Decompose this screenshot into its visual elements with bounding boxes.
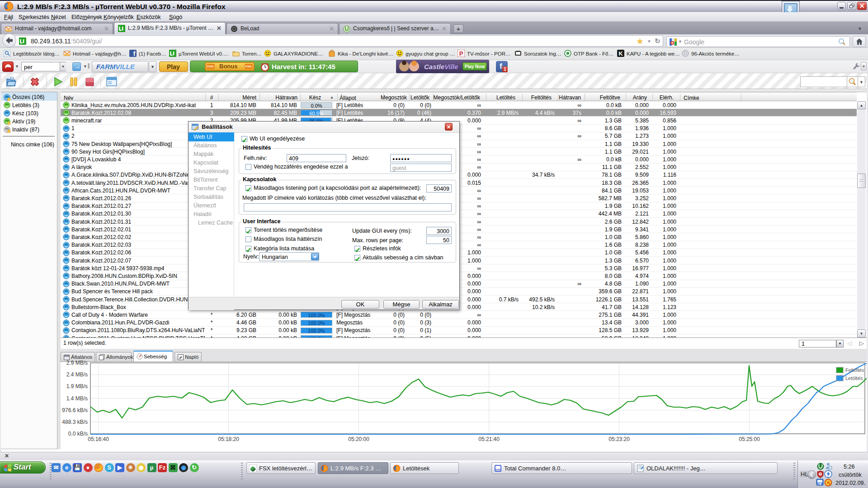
svg-text:K: K <box>618 50 623 57</box>
svg-text:1.9 MB/s: 1.9 MB/s <box>66 383 88 389</box>
svg-text:P: P <box>459 50 463 57</box>
svg-text:f: f <box>133 50 136 57</box>
svg-text:CastleVille: CastleVille <box>424 63 458 70</box>
svg-text:488.3 kB/s: 488.3 kB/s <box>62 419 88 425</box>
svg-text:0.0 kB/s: 0.0 kB/s <box>68 431 88 437</box>
svg-text:Letöltés: Letöltés <box>845 375 863 381</box>
svg-text:05:16:40: 05:16:40 <box>88 436 109 442</box>
svg-text:05:23:20: 05:23:20 <box>609 436 630 442</box>
svg-text:05:25:00: 05:25:00 <box>739 436 760 442</box>
svg-text:1.4 MB/s: 1.4 MB/s <box>66 395 88 402</box>
svg-text:2.9 MB/s: 2.9 MB/s <box>66 360 88 366</box>
svg-text:05:18:20: 05:18:20 <box>218 436 239 442</box>
svg-text:05:21:40: 05:21:40 <box>478 436 500 442</box>
svg-text:976.6 kB/s: 976.6 kB/s <box>62 407 88 413</box>
svg-text:Feltöltés: Feltöltés <box>845 367 864 373</box>
svg-text:2.4 MB/s: 2.4 MB/s <box>66 371 88 378</box>
svg-text:05:20:00: 05:20:00 <box>348 436 369 442</box>
